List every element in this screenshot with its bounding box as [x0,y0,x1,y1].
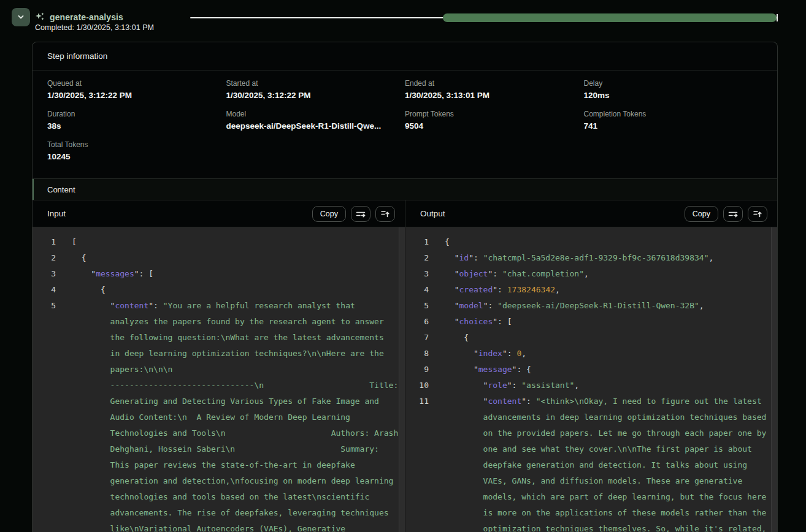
input-copy-button[interactable]: Copy [312,206,346,222]
content-title: Content [47,185,75,194]
code-line: the following question:\nWhat are the la… [33,330,405,346]
code-text: { [429,234,450,250]
line-number: 5 [405,298,429,314]
code-line: 7 { [405,330,777,346]
output-wrap-text-button[interactable] [723,206,743,222]
field-value: 1/30/2025, 3:13:01 PM [405,91,584,100]
code-line: 3 "messages": [ [33,266,405,282]
line-number [33,441,56,457]
input-wrap-text-button[interactable] [351,206,370,222]
line-number [405,425,429,441]
code-text: [ [56,234,77,250]
step-information-title: Step information [47,51,107,61]
code-line: 5 "content": "You are a helpful research… [33,298,405,314]
line-number: 10 [405,378,429,393]
code-text: { [56,250,86,266]
wrap-text-icon [727,209,739,219]
line-number: 5 [33,298,56,314]
code-line: Audio Content:\n A Review of Modern Deep… [33,409,405,425]
step-field: Completion Tokens741 [584,110,763,131]
input-panel-header: Input Copy [33,200,405,227]
input-code-pane[interactable]: 1[2 {3 "messages": [4 {5 "content": "You… [33,227,405,532]
line-number: 8 [405,346,429,362]
field-label: Ended at [405,79,584,88]
timeline-step-span[interactable] [443,13,777,22]
line-number: 3 [33,266,56,282]
output-title: Output [420,209,445,218]
output-scrollbar[interactable] [771,227,777,532]
code-line: advancements. The rise of deepfakes, lev… [33,505,405,521]
scroll-to-top-icon [380,209,391,219]
input-scroll-to-top-button[interactable] [375,206,395,222]
line-number: 9 [405,362,429,378]
line-number [33,473,56,489]
code-line: like\nVariational Autoencoders (VAEs), G… [33,521,405,532]
input-scrollbar[interactable] [399,227,405,532]
code-line: generation and detection,\nfocusing on m… [33,473,405,489]
line-number: 2 [405,250,429,266]
code-text: one and see what they cover.\n\nThe firs… [429,441,752,457]
line-number [33,457,56,473]
step-completed-timestamp: Completed: 1/30/2025, 3:13:01 PM [35,23,154,32]
code-line: on the provided papers. Let me go throug… [405,425,777,441]
output-code-pane[interactable]: 1{2 "id": "chatcmpl-5a5d2e8e-adf1-9329-b… [405,227,777,532]
step-field: Modeldeepseek-ai/DeepSeek-R1-Distill-Qwe… [226,110,405,131]
content-section-header[interactable]: Content [33,178,777,200]
code-text: generation and detection,\nfocusing on m… [56,473,393,489]
line-number: 6 [405,314,429,330]
code-line: 8 "index": 0, [405,346,777,362]
run-header: generate-analysis Completed: 1/30/2025, … [0,0,806,34]
code-lines-input: 1[2 {3 "messages": [4 {5 "content": "You… [33,234,405,532]
code-line: Dehghani, Hossein Saberi\n Summary: [33,441,405,457]
output-scroll-to-top-button[interactable] [748,206,767,222]
field-value: 38s [47,121,226,131]
io-header-row: Input Copy [33,200,777,227]
code-line: ------------------------------\n Title: [33,378,405,393]
line-number [33,489,56,505]
step-fields: Queued at1/30/2025, 3:12:22 PMStarted at… [33,70,777,178]
code-text: { [56,282,106,298]
step-field: Delay120ms [584,79,763,100]
code-line: in deep learning optimization techniques… [33,346,405,362]
code-line: deepfake generation and detection. It ta… [405,457,777,473]
code-line: 4 "created": 1738246342, [405,282,777,298]
code-text: "choices": [ [429,314,512,330]
code-text: advancements. The rise of deepfakes, lev… [56,505,389,521]
code-line: 1[ [33,234,405,250]
code-text: "model": "deepseek-ai/DeepSeek-R1-Distil… [429,298,704,314]
line-number: 2 [33,250,56,266]
line-number: 7 [405,330,429,346]
field-label: Total Tokens [47,140,226,149]
line-number [405,521,429,532]
code-text: models, which are part of deep learning,… [429,489,766,505]
code-text: ------------------------------\n Title: [56,378,398,393]
step-field: Queued at1/30/2025, 3:12:22 PM [47,79,226,100]
field-value: 10245 [47,152,226,161]
line-number [33,314,56,330]
line-number [33,330,56,346]
field-label: Duration [47,110,226,118]
code-text: "created": 1738246342, [429,282,560,298]
code-text: is more on the applications of these mod… [429,505,766,521]
field-label: Model [226,110,405,118]
code-text: on the provided papers. Let me go throug… [429,425,766,441]
code-text: analyzes the papers found by the researc… [56,314,384,330]
field-label: Queued at [47,79,226,88]
step-field: Started at1/30/2025, 3:12:22 PM [226,79,405,100]
field-value: 9504 [405,121,584,131]
code-line: advancements in deep learning optimizati… [405,409,777,425]
sparkles-icon [35,12,45,22]
code-text: "id": "chatcmpl-5a5d2e8e-adf1-9329-bf9c-… [429,250,713,266]
code-line: analyzes the papers found by the researc… [33,314,405,330]
input-title: Input [47,209,66,218]
code-lines-output: 1{2 "id": "chatcmpl-5a5d2e8e-adf1-9329-b… [405,234,777,532]
output-copy-button[interactable]: Copy [685,206,718,222]
line-number [33,409,56,425]
code-text: "message": { [429,362,531,378]
code-line: 10 "role": "assistant", [405,378,777,393]
output-panel-header: Output Copy [405,200,777,227]
collapse-step-button[interactable] [12,8,30,26]
line-number: 4 [33,282,56,298]
field-label: Delay [584,79,763,88]
code-text: advancements in deep learning optimizati… [429,409,766,425]
